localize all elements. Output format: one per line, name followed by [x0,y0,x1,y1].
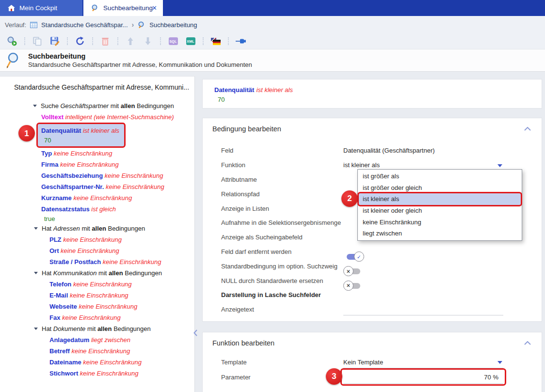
tree-field-function: keine Einschränkung [60,314,120,321]
tab-mein-cockpit[interactable]: Mein Cockpit [0,0,82,16]
form-row: Darstellung in Lasche Suchfelder [203,288,542,302]
tree-field-name: Dateiname [49,359,81,366]
tree-condition-betreff[interactable]: Betreff keine Einschränkung [0,345,194,357]
field-label: NULL durch Standardwerte ersetzen [203,277,343,284]
collapse-panel-button[interactable] [193,329,197,336]
move-down-icon[interactable] [143,36,153,47]
field-label: Relationspfad [203,190,343,198]
tree-condition-volltext[interactable]: Volltext intelligent (wie Internet-Suchm… [0,111,194,123]
tree-field-function: keine Einschränkung [78,370,138,377]
tree-condition-telefon[interactable]: Telefon keine Einschränkung [0,279,194,290]
function-edit-panel: Funktion bearbeiten Template Kein Templa… [202,332,542,392]
tree-field-value: 70 [41,136,119,144]
field-label: Standardbedingung im option. Suchzweig [203,263,343,270]
annotation-box-3 [340,368,506,386]
refresh-icon[interactable] [75,36,85,47]
tab-label: Mein Cockpit [19,4,57,12]
dropdown-option-ist-kleiner-oder-gleich[interactable]: ist kleiner oder gleich [358,205,522,217]
tree-condition-kurzname[interactable]: Kurzname keine Einschränkung [0,192,194,204]
breadcrumb-item-standardsuche[interactable]: Standardsuche Geschäftspar... [41,21,128,29]
tree-condition-fax[interactable]: Fax keine Einschränkung [0,312,194,323]
tree-condition-ort[interactable]: Ort keine Einschränkung [0,245,194,256]
tree-field-name: Geschäftspartner-Nr. [41,183,104,190]
condition-tree: Suche Geschäftspartner mit allen Bedingu… [0,100,194,379]
tree-condition-plz[interactable]: PLZ keine Einschränkung [0,234,194,245]
move-up-icon[interactable] [125,36,136,47]
tree-field-name: Typ [41,150,52,157]
tree-condition-typ[interactable]: Typ keine Einschränkung [0,148,194,159]
language-german-icon[interactable] [210,36,221,47]
tree-field-name: Anlagedatum [49,336,89,344]
tree-condition-straße-postfach[interactable]: Straße / Postfach keine Einschränkung [0,256,194,267]
tree-condition-anlagedatum[interactable]: Anlagedatum liegt zwischen [0,334,194,345]
tab-bar: Mein Cockpit Suchbearbeitung ✕ [0,0,545,16]
delete-icon[interactable] [100,36,111,47]
tree-field-function: keine Einschränkung [81,359,142,366]
collapse-chevron-icon[interactable] [524,341,531,345]
chevron-right-icon: › [132,21,134,29]
panel-title: Bedingung bearbeiten [212,125,281,133]
parameter-label: Parameter [203,374,343,381]
template-label: Template [203,359,343,366]
pin-icon[interactable] [236,36,246,47]
tree-root-node[interactable]: Suche Geschäftspartner mit allen Bedingu… [0,100,194,111]
tree-condition-dateiname[interactable]: Dateiname keine Einschränkung [0,357,194,368]
dropdown-option-ist-kleiner-als[interactable]: ist kleiner als2 [358,193,522,205]
tree-field-name: Betreff [49,347,70,355]
form-row: Anzeigetext [203,302,542,317]
copy-icon[interactable] [32,36,43,47]
tree-condition-geschäftsbeziehung[interactable]: Geschäftsbeziehung keine Einschränkung [0,170,194,181]
dropdown-option-liegt-zwischen[interactable]: liegt zwischen [358,228,522,239]
parameter-value: 70 % [484,374,498,381]
dropdown-option-ist-größer-als[interactable]: ist größer als [358,171,522,182]
tree-condition-firma[interactable]: Firma keine Einschränkung [0,159,194,170]
tree-group-node[interactable]: Hat Adressen mit allen Bedingungen [0,223,194,234]
page-title: Suchbearbeitung [28,52,252,61]
chevron-down-icon [497,361,502,364]
parameter-input[interactable]: 70 % 3 [343,371,503,384]
tree-condition-datensatzstatus[interactable]: Datensatzstatus ist gleichtrue [0,204,194,223]
sql-badge: SQL [169,37,178,45]
toolbar-separator [24,37,25,45]
function-select[interactable]: ist kleiner als [343,161,503,169]
xml-export-icon[interactable]: XML [185,36,196,47]
close-icon[interactable]: ✕ [152,4,157,12]
app-window: Mein Cockpit Suchbearbeitung ✕ Verlauf: … [0,0,545,392]
tree-condition-geschäftspartner-nr-[interactable]: Geschäftspartner-Nr. keine Einschränkung [0,181,194,192]
run-search-icon[interactable] [7,36,17,47]
toolbar-separator [92,37,93,45]
form-row: FeldDatenqualität (Geschäftspartner) [203,143,542,158]
tree-condition-datenqualität[interactable]: Datenqualität ist kleiner als701 [0,123,194,148]
tree-condition-e-mail[interactable]: E-Mail keine Einschränkung [0,290,194,301]
sql-export-icon[interactable]: SQL [168,36,178,47]
template-select[interactable]: Kein Template [343,356,503,368]
breadcrumb-item-suchbearbeitung[interactable]: Suchbearbeitung [149,21,197,29]
collapse-triangle-icon[interactable] [34,272,38,274]
tab-suchbearbeitung[interactable]: Suchbearbeitung ✕ [83,0,163,16]
text-input[interactable] [343,303,503,315]
page-subtitle: Standardsuche Geschäftspartner mit Adres… [28,61,252,69]
toolbar-separator [228,37,229,45]
collapse-triangle-icon[interactable] [33,105,37,107]
tree-field-function: keine Einschränkung [103,172,163,179]
tree-condition-stichwort[interactable]: Stichwort keine Einschränkung [0,368,194,379]
breadcrumb-label: Verlauf: [5,21,26,29]
collapse-chevron-icon[interactable] [524,127,531,131]
field-label: Funktion [203,161,343,169]
tree-field-name: PLZ [49,236,62,243]
collapse-triangle-icon[interactable] [34,328,38,330]
dropdown-option-keine-einschränkung[interactable]: keine Einschränkung [358,216,522,228]
tree-condition-webseite[interactable]: Webseite keine Einschränkung [0,301,194,312]
tree-field-name: Kurzname [41,194,72,202]
tree-field-name: Datensatzstatus [41,205,90,213]
tree-group-node[interactable]: Hat Kommunikation mit allen Bedingungen [0,267,194,279]
toolbar-separator [203,37,204,45]
condition-function: ist kleiner als [256,86,293,94]
dropdown-option-ist-größer-oder-gleich[interactable]: ist größer oder gleich [358,182,522,194]
save-icon[interactable] [49,36,60,47]
field-label: Aufnahme in die Selektionsergebnismenge [203,219,343,226]
condition-value: 70 [218,95,542,104]
tree-title: Standardsuche Geschäftspartner mit Adres… [14,83,194,91]
collapse-triangle-icon[interactable] [34,227,38,230]
tree-group-node[interactable]: Hat Dokumente mit allen Bedingungen [0,323,194,334]
